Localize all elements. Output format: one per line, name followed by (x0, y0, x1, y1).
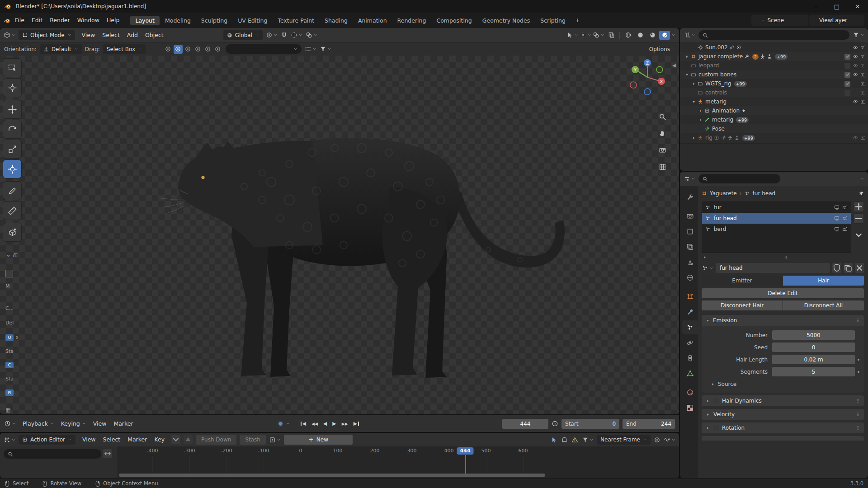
panel-rotation[interactable]: Rotation (702, 422, 864, 433)
browse-action-dropdown[interactable] (269, 436, 281, 443)
blender-logo-icon[interactable] (4, 3, 11, 10)
menu-help[interactable]: Help (103, 15, 123, 26)
tool-search-input[interactable] (226, 44, 302, 54)
tool-annotate[interactable] (3, 182, 21, 200)
menu-file[interactable]: File (11, 15, 28, 26)
jump-to-end-button[interactable]: ▶ (351, 419, 362, 429)
close-icon[interactable] (856, 18, 862, 23)
overlay-chip[interactable]: O (5, 334, 14, 341)
workspace-tab-shading[interactable]: Shading (320, 16, 353, 25)
timeline-menu-view[interactable]: View (90, 418, 110, 429)
eye-icon[interactable] (853, 63, 858, 68)
filter-button[interactable] (582, 436, 594, 443)
expander-icon[interactable] (691, 136, 696, 140)
breadcrumb-item[interactable]: fur head (753, 190, 776, 197)
panel-checkbox[interactable] (713, 425, 719, 431)
playhead[interactable] (465, 455, 466, 474)
only-selected-button[interactable] (551, 436, 557, 443)
list-resize-grip[interactable] (702, 254, 864, 261)
snap-face-toggle[interactable] (203, 45, 212, 54)
snap-dropdown[interactable] (291, 32, 302, 38)
transform-orientation-dropdown[interactable]: Global (223, 30, 263, 40)
emission-panel-header[interactable]: Emission (702, 315, 864, 326)
jump-to-keyframe-prev-button[interactable]: ◀◀ (309, 419, 321, 429)
ghost-button[interactable] (561, 436, 568, 443)
overlay-item[interactable]: Pl (5, 389, 14, 396)
properties-tab-view-layer[interactable] (682, 240, 698, 253)
menu-edit[interactable]: Edit (28, 15, 46, 26)
overlay-chip[interactable]: C (5, 362, 14, 368)
breadcrumb-object[interactable]: Yaguarete (710, 190, 737, 197)
camera-icon[interactable] (860, 99, 866, 104)
snap-edge-toggle[interactable] (193, 45, 203, 54)
overlay-item[interactable]: Sta (5, 348, 14, 354)
particle-slot-fur[interactable]: fur (702, 202, 851, 213)
expander-icon[interactable] (684, 55, 689, 59)
outliner-filter-button[interactable] (853, 32, 864, 38)
workspace-tab-geometry-nodes[interactable]: Geometry Nodes (477, 16, 535, 25)
editor-type-button[interactable] (4, 420, 16, 427)
expander-icon[interactable] (698, 118, 703, 122)
workspace-tab-sculpting[interactable]: Sculpting (196, 16, 232, 25)
camera-icon[interactable] (860, 90, 866, 95)
maximize-button[interactable]: □ (826, 0, 847, 13)
seed-field[interactable]: 0 (772, 343, 855, 352)
outliner-row-leopard[interactable]: leopard (680, 61, 868, 70)
properties-tab-material[interactable] (682, 385, 698, 399)
warning-button[interactable] (571, 436, 578, 443)
outliner-row-metarig[interactable]: metarig+99 (680, 115, 868, 124)
playhead-frame-badge[interactable]: 444 (457, 447, 474, 455)
frame-start-field[interactable]: Start0 (561, 419, 619, 429)
snap-vertex-toggle[interactable] (184, 45, 193, 54)
dope-sheet-menu-marker[interactable]: Marker (124, 434, 151, 445)
properties-tab-modifiers[interactable] (682, 305, 698, 319)
snap-mode-dropdown[interactable]: Nearest Frame (597, 435, 651, 445)
interpolation-dropdown[interactable] (664, 436, 675, 443)
overlay-item[interactable]: C... (5, 305, 14, 311)
overlay-item[interactable]: C (5, 362, 14, 368)
outliner-row-sun-002[interactable]: Sun.002 (680, 43, 868, 52)
expander-icon[interactable] (691, 100, 696, 104)
delete-edit-button[interactable]: Delete Edit (702, 288, 864, 298)
particle-id-dropdown[interactable] (702, 265, 713, 272)
copy-icon[interactable] (849, 18, 854, 23)
new-action-button[interactable]: New (284, 435, 353, 445)
layer-up-button[interactable] (184, 435, 193, 444)
timeline-menu-keying[interactable]: Keying (57, 418, 90, 429)
drag-setting-dropdown[interactable]: Select Box (103, 44, 146, 54)
particle-slot-berd[interactable]: berd (702, 224, 851, 235)
monitor-icon[interactable] (834, 216, 840, 221)
editor-type-button[interactable] (4, 436, 15, 443)
expander-icon[interactable] (684, 73, 689, 77)
type-hair-button[interactable]: Hair (783, 276, 864, 286)
shading-dropdown[interactable] (671, 33, 675, 37)
snap-volume-toggle[interactable] (213, 45, 222, 54)
workspace-tab-rendering[interactable]: Rendering (392, 16, 431, 25)
workspace-tab-scripting[interactable]: Scripting (535, 16, 571, 25)
workspace-tab-compositing[interactable]: Compositing (431, 16, 476, 25)
snap-increment-toggle[interactable] (174, 45, 183, 54)
eye-icon[interactable] (853, 45, 858, 50)
eye-icon[interactable] (853, 54, 858, 59)
mode-dropdown[interactable]: Object Mode (19, 30, 75, 40)
viewport-menu-select[interactable]: Select (99, 30, 123, 41)
selectable-checkbox[interactable] (844, 63, 850, 69)
overlays-dropdown[interactable] (593, 32, 604, 38)
workspace-tab-texture-paint[interactable]: Texture Paint (273, 16, 319, 25)
overlay-item[interactable]: Æ (5, 253, 18, 258)
outliner-row-animation[interactable]: Animation (680, 106, 868, 115)
overlay-item[interactable] (5, 270, 13, 277)
disconnect-all-button[interactable]: Disconnect All (783, 300, 864, 310)
unlink-button[interactable] (855, 263, 864, 273)
outliner-row-controls[interactable]: controls (680, 88, 868, 97)
overlay-item[interactable]: M (5, 283, 10, 289)
specials-dropdown[interactable] (854, 230, 863, 240)
eye-icon[interactable] (853, 135, 858, 141)
pan-button[interactable] (656, 127, 668, 139)
properties-tab-tool[interactable] (682, 190, 698, 204)
workspace-tab-uv-editing[interactable]: UV Editing (233, 16, 272, 25)
hair-length-field[interactable]: 0.02 m (772, 355, 855, 364)
animate-dot[interactable] (858, 371, 859, 373)
close-button[interactable]: ✕ (847, 0, 868, 13)
editor-type-button[interactable] (684, 32, 695, 38)
